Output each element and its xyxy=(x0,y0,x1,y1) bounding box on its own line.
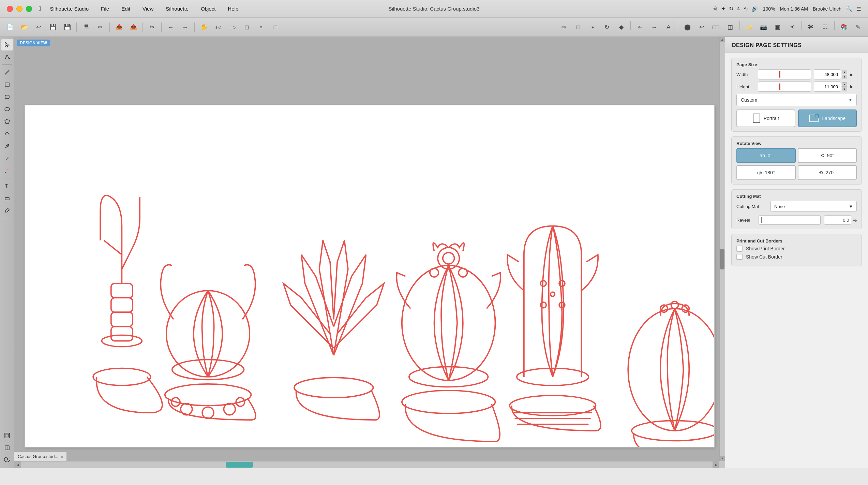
pan-button[interactable]: ✋ xyxy=(197,21,210,34)
text-tool-btn[interactable]: A xyxy=(662,21,675,34)
arrange-btn[interactable]: ◫ xyxy=(724,21,737,34)
effects-btn[interactable]: ✨ xyxy=(743,21,755,34)
eraser-tool[interactable] xyxy=(1,192,13,204)
redo-button[interactable]: → xyxy=(179,21,192,34)
width-value-input[interactable]: 48.000 xyxy=(814,69,841,79)
scroll-up-button[interactable]: ▲ xyxy=(720,37,725,42)
cut-button[interactable]: ✂ xyxy=(146,21,159,34)
width-slider-field[interactable] xyxy=(758,69,811,79)
height-spinner-down[interactable]: ▼ xyxy=(842,87,847,91)
canvas-page[interactable] xyxy=(25,105,715,447)
grid-tool-btn[interactable]: ≁ xyxy=(586,21,599,34)
maximize-button[interactable] xyxy=(26,6,32,12)
traffic-lights[interactable] xyxy=(7,6,32,12)
save-to-button[interactable]: 💾 xyxy=(61,21,74,34)
portrait-button[interactable]: Portrait xyxy=(736,109,795,127)
select-tool-btn[interactable]: ⇨ xyxy=(557,21,570,34)
new-button[interactable]: 📄 xyxy=(3,21,16,34)
rotate-tool-btn[interactable]: ↻ xyxy=(600,21,613,34)
scroll-down-button[interactable]: ▼ xyxy=(720,456,725,461)
scroll-right-button[interactable]: ▶ xyxy=(713,461,719,468)
glitter-btn[interactable]: ☀ xyxy=(785,21,798,34)
rotate-180-button[interactable]: qb 180° xyxy=(736,165,796,180)
zoom-out-button[interactable]: −○ xyxy=(226,21,239,34)
size-preset-dropdown[interactable]: Custom ▼ xyxy=(736,94,857,106)
frame-tool[interactable] xyxy=(1,430,13,441)
rect-tool[interactable] xyxy=(1,79,13,90)
nav-button[interactable]: ⌖ xyxy=(255,21,268,34)
fit-page-button[interactable]: □ xyxy=(269,21,282,34)
polygon-tool-btn[interactable]: ◆ xyxy=(615,21,628,34)
height-spinner[interactable]: ▲ ▼ xyxy=(842,82,847,91)
menu-view[interactable]: View xyxy=(140,5,155,12)
close-button[interactable] xyxy=(7,6,13,12)
shadow-btn[interactable]: ▣ xyxy=(771,21,784,34)
polygon-tool[interactable] xyxy=(1,116,13,127)
node-edit-tool[interactable] xyxy=(1,51,13,63)
text-tool[interactable]: T xyxy=(1,180,13,192)
height-spinner-up[interactable]: ▲ xyxy=(842,82,847,87)
book-tool[interactable] xyxy=(1,442,13,454)
height-value-input[interactable]: 11.000 xyxy=(814,82,841,92)
line-tool[interactable] xyxy=(1,67,13,78)
show-print-border-checkbox[interactable] xyxy=(736,246,743,252)
shape-tool-btn[interactable]: □ xyxy=(572,21,585,34)
menu-object[interactable]: Object xyxy=(199,5,218,12)
zoom-fit-button[interactable]: ◻ xyxy=(240,21,253,34)
print2-button[interactable]: ✏ xyxy=(94,21,107,34)
brush-tool[interactable] xyxy=(1,152,13,164)
export-button[interactable]: 📤 xyxy=(127,21,140,34)
fill-tool-btn[interactable]: ⬤ xyxy=(681,21,694,34)
rotate-90-button[interactable]: ⟲ 90° xyxy=(798,148,857,163)
menu-app[interactable]: Silhouette Studio xyxy=(48,5,91,12)
width-spinner-up[interactable]: ▲ xyxy=(842,70,847,74)
control-center-icon[interactable]: ☰ xyxy=(857,6,861,12)
import-button[interactable]: 📥 xyxy=(113,21,125,34)
open-button[interactable]: 📂 xyxy=(18,21,31,34)
canvas-scrollbar-vertical[interactable]: ▲ ▼ xyxy=(719,37,725,461)
undo-button[interactable]: ← xyxy=(164,21,177,34)
menu-silhouette[interactable]: Silhouette xyxy=(164,5,191,12)
page-settings-btn[interactable]: ☷ xyxy=(819,21,832,34)
revert-button[interactable]: ↩ xyxy=(32,21,45,34)
landscape-button[interactable]: Landscape xyxy=(798,109,857,127)
file-tab-close[interactable]: x xyxy=(61,455,63,459)
highlight-tool[interactable] xyxy=(1,165,13,176)
spiral-tool[interactable] xyxy=(1,454,13,466)
align-center-btn[interactable]: ↔ xyxy=(648,21,661,34)
canvas-scrollbar-horizontal[interactable]: ◀ ▶ xyxy=(14,461,719,468)
scroll-thumb-vertical[interactable] xyxy=(720,249,724,269)
scroll-thumb-horizontal[interactable] xyxy=(226,462,253,468)
reveal-slider[interactable] xyxy=(759,215,821,225)
menu-edit[interactable]: Edit xyxy=(119,5,132,12)
pen-tool[interactable] xyxy=(1,140,13,152)
ellipse-tool[interactable] xyxy=(1,103,13,115)
menu-file[interactable]: File xyxy=(99,5,111,12)
rotate-0-button[interactable]: ab 0° xyxy=(736,148,796,163)
width-spinner-down[interactable]: ▼ xyxy=(842,75,847,79)
align-left-btn[interactable]: ⇤ xyxy=(633,21,646,34)
group-btn[interactable]: □□ xyxy=(709,21,722,34)
minimize-button[interactable] xyxy=(16,6,23,12)
file-tab[interactable]: Cactus Group.stud... x xyxy=(14,452,67,461)
show-cut-border-checkbox[interactable] xyxy=(736,254,743,260)
print-button[interactable]: 🖶 xyxy=(79,21,92,34)
scroll-left-button[interactable]: ◀ xyxy=(14,461,21,468)
menu-help[interactable]: Help xyxy=(226,5,240,12)
rounded-rect-tool[interactable] xyxy=(1,91,13,103)
search-icon[interactable]: 🔍 xyxy=(846,6,852,12)
width-spinner[interactable]: ▲ ▼ xyxy=(842,70,847,79)
library-btn[interactable]: 📚 xyxy=(837,21,850,34)
cut-settings-btn[interactable]: ✀ xyxy=(804,21,817,34)
bezier-tool[interactable] xyxy=(1,128,13,139)
cutting-mat-dropdown[interactable]: None ▼ xyxy=(770,201,857,212)
save-button[interactable]: 💾 xyxy=(46,21,59,34)
eyedropper-tool[interactable] xyxy=(1,205,13,216)
image-btn[interactable]: 📷 xyxy=(757,21,770,34)
select-tool[interactable] xyxy=(1,39,13,50)
undo2-btn[interactable]: ↩ xyxy=(695,21,708,34)
height-slider-field[interactable] xyxy=(758,82,811,92)
zoom-in-button[interactable]: +○ xyxy=(212,21,225,34)
rotate-270-button[interactable]: ⟲ 270° xyxy=(798,165,857,180)
pen-btn[interactable]: ✎ xyxy=(852,21,865,34)
